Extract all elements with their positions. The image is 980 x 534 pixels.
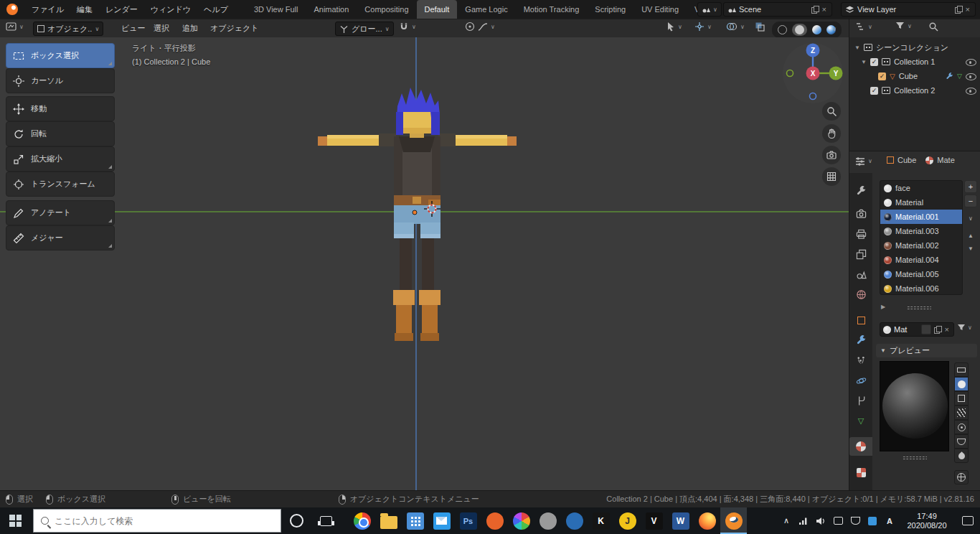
workspace-tab-3d-view-full[interactable]: 3D View Full — [246, 0, 306, 19]
mode-selector[interactable]: オブジェク.. ∨ — [33, 22, 103, 36]
taskbar-app-explorer[interactable] — [375, 507, 402, 534]
preview-type-flat-button[interactable] — [954, 362, 969, 377]
tab-constraints[interactable] — [849, 391, 872, 410]
menu-viewport-add[interactable]: 追加 — [176, 19, 204, 38]
taskbar-clock[interactable]: 17:49 2020/08/20 — [898, 512, 956, 530]
ime-indicator[interactable]: A — [881, 507, 898, 534]
network-icon[interactable] — [795, 507, 812, 534]
material-slot[interactable]: Material.002 — [880, 238, 962, 253]
tool-move[interactable]: 移動 — [6, 96, 115, 121]
shading-material-button[interactable] — [812, 25, 821, 34]
move-slot-down-button[interactable]: ▼ — [964, 242, 977, 255]
preview-world-button[interactable] — [954, 470, 969, 484]
tab-world[interactable] — [849, 285, 872, 304]
outliner-row-collection-1[interactable]: ▼ ✓ Collection 1 — [849, 55, 980, 69]
properties-editor-type-button[interactable]: ∨ — [855, 156, 872, 166]
preview-type-shaderball-button[interactable] — [954, 420, 969, 434]
material-slot-selected[interactable]: Material.001 — [880, 210, 962, 224]
breadcrumb-object-name[interactable]: Cube — [897, 156, 916, 164]
taskbar-app-grid[interactable] — [402, 507, 428, 534]
workspace-tab-compositing[interactable]: Compositing — [357, 0, 416, 19]
tab-texture[interactable] — [849, 463, 872, 482]
preview-section-header[interactable]: ▼ プレビュー — [876, 344, 977, 357]
taskbar-search[interactable] — [33, 509, 281, 533]
taskbar-app-mail[interactable] — [428, 507, 455, 534]
disclosure-icon[interactable]: ▼ — [861, 59, 867, 65]
hide-eye-icon[interactable] — [966, 72, 976, 80]
xray-toggle[interactable] — [755, 22, 765, 32]
workspace-tab-animation[interactable]: Animation — [306, 0, 357, 19]
selectability-filter-button[interactable]: ∨ — [666, 22, 682, 32]
outliner-editor-type-button[interactable]: ∨ — [855, 22, 872, 32]
tray-shield-icon[interactable] — [847, 507, 864, 534]
view-layer-selector[interactable]: View Layer × — [841, 2, 976, 17]
notification-center-button[interactable] — [956, 507, 980, 534]
gizmo-z-negative[interactable] — [810, 93, 816, 100]
outliner-row-cube[interactable]: ✓ ▽ Cube ▽ — [849, 69, 980, 83]
taskbar-app-firefox[interactable] — [694, 507, 720, 534]
outliner-filter-button[interactable]: ∨ — [895, 22, 912, 30]
object-checkbox[interactable]: ✓ — [878, 72, 886, 80]
menu-file[interactable]: ファイル — [25, 0, 70, 19]
tool-annotate[interactable]: アノテート — [6, 200, 115, 225]
menu-edit[interactable]: 編集 — [70, 0, 99, 19]
preview-type-sphere-button[interactable] — [954, 377, 969, 391]
workspace-tab-motion-tracking[interactable]: Motion Tracking — [516, 0, 588, 19]
menu-render[interactable]: レンダー — [99, 0, 144, 19]
volume-icon[interactable] — [812, 507, 829, 534]
taskbar-app-blender[interactable] — [720, 507, 747, 534]
add-material-slot-button[interactable]: + — [964, 180, 977, 193]
workspace-tab-default[interactable]: Default — [417, 0, 458, 19]
overlays-toggle[interactable]: ∨ — [726, 22, 745, 32]
taskbar-app-v[interactable]: V — [641, 507, 667, 534]
preview-resize-grip[interactable] — [903, 456, 927, 460]
preview-type-hair-button[interactable] — [954, 406, 969, 420]
material-slot[interactable]: Material.004 — [880, 253, 962, 267]
taskbar-app-gray[interactable] — [534, 507, 561, 534]
menu-help[interactable]: ヘルプ — [197, 0, 235, 19]
tab-tool[interactable] — [849, 182, 872, 200]
unlink-scene-icon[interactable]: × — [821, 5, 828, 14]
tool-rotate[interactable]: 回転 — [6, 121, 115, 146]
material-slot[interactable]: Material.006 — [880, 281, 962, 295]
tab-physics[interactable] — [849, 371, 872, 390]
menu-viewport-view[interactable]: ビュー — [115, 19, 152, 38]
start-button[interactable] — [9, 515, 22, 527]
tab-render[interactable] — [849, 205, 872, 223]
taskbar-app-j[interactable]: J — [614, 507, 641, 534]
blender-logo-icon[interactable] — [6, 4, 18, 15]
camera-view-button[interactable] — [822, 146, 841, 164]
material-slot[interactable]: face — [880, 181, 962, 195]
tray-expand-icon[interactable]: ∧ — [778, 507, 795, 534]
collection-checkbox[interactable]: ✓ — [870, 87, 878, 95]
snap-toggle[interactable]: ∨ — [399, 22, 416, 32]
workspace-tab-scripting[interactable]: Scripting — [587, 0, 633, 19]
outliner-row-collection-2[interactable]: ▼ ✓ Collection 2 — [849, 83, 980, 98]
workspace-tab-game-logic[interactable]: Game Logic — [457, 0, 515, 19]
list-expand-icon[interactable]: ▶ — [881, 304, 885, 310]
gizmo-y-negative[interactable] — [787, 70, 793, 77]
tab-object[interactable] — [849, 311, 872, 329]
tab-object-data[interactable]: ▽ — [849, 411, 872, 430]
tab-scene[interactable] — [849, 265, 872, 284]
taskbar-app-photoshop[interactable]: Ps — [455, 507, 481, 534]
preview-type-cloth-button[interactable] — [954, 434, 969, 449]
shading-dropdown-icon[interactable]: ∨ — [832, 26, 837, 32]
zoom-button[interactable] — [822, 102, 841, 121]
pan-button[interactable] — [822, 124, 841, 143]
browse-scene-button[interactable]: ∨ — [697, 2, 722, 17]
preview-type-fluid-button[interactable] — [954, 449, 969, 463]
taskbar-app-blue[interactable] — [561, 507, 588, 534]
task-view-button[interactable] — [320, 516, 332, 526]
tab-particles[interactable] — [849, 351, 872, 370]
remove-view-layer-icon[interactable]: × — [964, 5, 971, 14]
tool-cursor[interactable]: カーソル — [6, 68, 115, 93]
move-slot-up-button[interactable]: ▲ — [964, 229, 977, 242]
taskbar-search-input[interactable] — [55, 516, 255, 526]
shading-solid-button[interactable] — [792, 24, 807, 36]
menu-window[interactable]: ウィンドウ — [144, 0, 197, 19]
tool-transform[interactable]: トランスフォーム — [6, 172, 115, 197]
taskbar-app-chrome[interactable] — [349, 507, 375, 534]
taskbar-app-word[interactable]: W — [667, 507, 694, 534]
tab-view-layer[interactable] — [849, 245, 872, 263]
